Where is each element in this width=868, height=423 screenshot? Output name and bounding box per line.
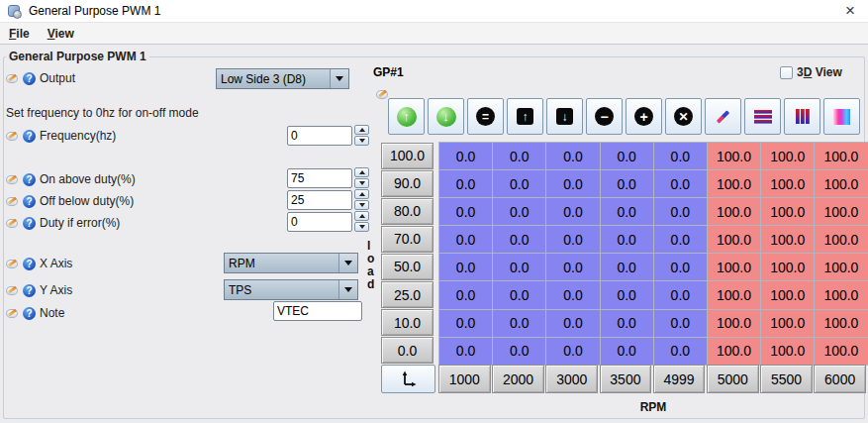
col-header-6000[interactable]: 6000 — [814, 365, 866, 393]
table-cell[interactable]: 0.0 — [439, 198, 493, 226]
row-header-50.0[interactable]: 50.0 — [381, 254, 434, 280]
table-cell[interactable]: 0.0 — [654, 281, 708, 309]
note-bubble-icon[interactable] — [6, 173, 19, 186]
table-cell[interactable]: 0.0 — [654, 338, 708, 366]
table-cell[interactable]: 0.0 — [654, 170, 708, 198]
table-cell[interactable]: 0.0 — [439, 338, 493, 366]
table-cell[interactable]: 100.0 — [815, 254, 868, 281]
table-cell[interactable]: 0.0 — [601, 281, 654, 309]
spin-down-button[interactable] — [354, 200, 369, 210]
table-cell[interactable]: 100.0 — [815, 170, 868, 198]
table-cell[interactable]: 0.0 — [654, 226, 708, 254]
help-icon[interactable] — [23, 217, 36, 230]
table-cell[interactable]: 0.0 — [601, 143, 654, 170]
row-header-10.0[interactable]: 10.0 — [381, 309, 434, 336]
table-cell[interactable]: 0.0 — [601, 310, 654, 338]
table-cell[interactable]: 0.0 — [546, 310, 600, 338]
on-above-duty-input[interactable] — [287, 168, 352, 188]
view3d-toggle[interactable]: 3D View — [780, 65, 842, 79]
set-equal-button[interactable]: = — [467, 98, 504, 135]
table-cell[interactable]: 100.0 — [761, 170, 815, 198]
help-icon[interactable] — [23, 72, 36, 85]
table-cell[interactable]: 100.0 — [761, 198, 815, 226]
output-dropdown[interactable]: Low Side 3 (D8) — [216, 68, 349, 89]
interpolate-rows-button[interactable] — [744, 98, 781, 135]
off-below-duty-input[interactable] — [287, 190, 352, 210]
col-header-5500[interactable]: 5500 — [760, 365, 813, 393]
edit-pencil-button[interactable] — [705, 98, 741, 135]
row-header-80.0[interactable]: 80.0 — [381, 198, 434, 225]
table-cell[interactable]: 0.0 — [493, 170, 546, 198]
help-icon[interactable] — [23, 130, 36, 143]
note-bubble-icon[interactable] — [6, 130, 19, 143]
spin-up-button[interactable] — [354, 189, 369, 199]
view3d-checkbox[interactable] — [780, 66, 793, 79]
table-cell[interactable]: 100.0 — [815, 310, 868, 338]
spin-up-button[interactable] — [354, 211, 369, 221]
table-cell[interactable]: 0.0 — [546, 226, 600, 254]
table-cell[interactable]: 0.0 — [439, 310, 493, 338]
note-bubble-icon[interactable] — [6, 307, 19, 320]
table-cell[interactable]: 0.0 — [546, 198, 600, 226]
decrease-green-button[interactable]: ↓ — [428, 98, 464, 135]
table-cell[interactable]: 0.0 — [654, 143, 708, 170]
table-cell[interactable]: 100.0 — [761, 143, 815, 170]
table-cell[interactable]: 0.0 — [493, 143, 546, 170]
table-cell[interactable]: 100.0 — [815, 143, 868, 170]
row-header-25.0[interactable]: 25.0 — [381, 281, 434, 308]
chevron-down-icon[interactable] — [330, 69, 348, 88]
table-cell[interactable]: 100.0 — [761, 310, 815, 338]
table-cell[interactable]: 100.0 — [708, 310, 761, 338]
table-cell[interactable]: 100.0 — [708, 281, 761, 309]
table-cell[interactable]: 0.0 — [439, 170, 493, 198]
table-cell[interactable]: 100.0 — [815, 281, 868, 309]
spin-down-button[interactable] — [354, 222, 369, 232]
table-cell[interactable]: 0.0 — [654, 310, 708, 338]
table-cell[interactable]: 0.0 — [546, 338, 600, 366]
chevron-down-icon[interactable] — [338, 280, 357, 299]
spin-down-button[interactable] — [354, 136, 369, 146]
table-cell[interactable]: 0.0 — [493, 254, 546, 281]
spin-up-button[interactable] — [354, 125, 369, 135]
chevron-down-icon[interactable] — [338, 254, 357, 272]
close-button[interactable]: × — [838, 0, 862, 22]
table-cell[interactable]: 0.0 — [546, 170, 600, 198]
row-header-100.0[interactable]: 100.0 — [381, 143, 434, 169]
table-cell[interactable]: 100.0 — [815, 338, 868, 366]
note-bubble-icon[interactable] — [6, 258, 19, 270]
table-cell[interactable]: 100.0 — [708, 198, 761, 226]
table-cell[interactable]: 0.0 — [439, 226, 493, 254]
table-cell[interactable]: 0.0 — [601, 198, 654, 226]
col-header-3500[interactable]: 3500 — [600, 365, 652, 393]
spin-up-button[interactable] — [354, 167, 369, 177]
menu-view[interactable]: View — [39, 27, 83, 41]
increment-button[interactable]: + — [626, 98, 662, 135]
table-cell[interactable]: 0.0 — [654, 198, 708, 226]
spin-down-button[interactable] — [354, 178, 369, 188]
col-header-1000[interactable]: 1000 — [438, 365, 491, 393]
table-cell[interactable]: 0.0 — [546, 254, 600, 281]
decrement-button[interactable]: − — [586, 98, 623, 135]
axis-swap-button[interactable] — [381, 365, 435, 393]
table-cell[interactable]: 0.0 — [546, 281, 600, 309]
table-cell[interactable]: 0.0 — [546, 143, 600, 170]
x-axis-dropdown[interactable]: RPM — [224, 253, 358, 273]
note-bubble-icon[interactable] — [6, 217, 19, 230]
note-input[interactable] — [273, 301, 362, 321]
table-cell[interactable]: 0.0 — [493, 310, 546, 338]
frequency-input[interactable] — [287, 126, 352, 146]
help-icon[interactable] — [23, 284, 36, 297]
table-cell[interactable]: 0.0 — [493, 338, 546, 366]
table-cell[interactable]: 0.0 — [439, 281, 493, 309]
table-cell[interactable]: 100.0 — [708, 170, 761, 198]
duty-if-error-input[interactable] — [287, 212, 352, 232]
table-cell[interactable]: 100.0 — [815, 198, 868, 226]
table-cell[interactable]: 0.0 — [601, 170, 654, 198]
gradient-colors-button[interactable] — [823, 98, 860, 135]
clear-button[interactable]: ✕ — [665, 98, 702, 135]
note-bubble-icon[interactable] — [6, 72, 19, 85]
table-cell[interactable]: 100.0 — [708, 226, 761, 254]
table-cell[interactable]: 0.0 — [601, 338, 654, 366]
row-header-90.0[interactable]: 90.0 — [381, 170, 434, 197]
table-cell[interactable]: 100.0 — [815, 226, 868, 254]
